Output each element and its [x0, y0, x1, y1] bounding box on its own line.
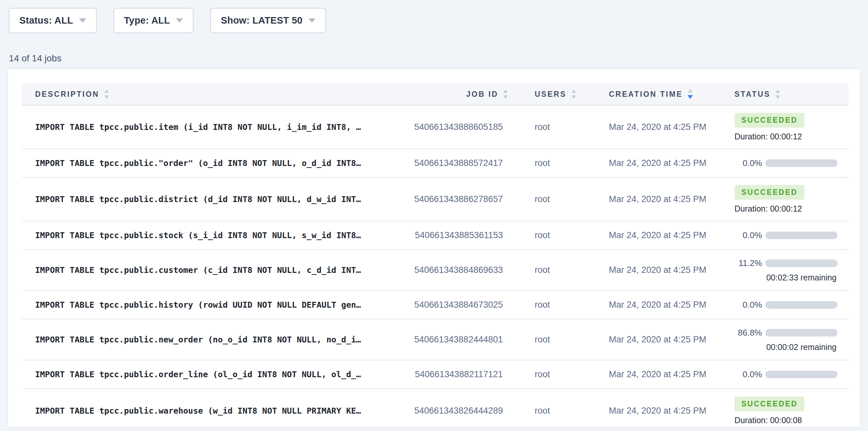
status-progress: 0.0% [735, 300, 849, 310]
job-description: IMPORT TABLE tpcc.public.order_line (ol_… [35, 370, 375, 379]
job-creation-time: Mar 24, 2020 at 4:25 PM [609, 335, 706, 344]
job-id: 540661343882117121 [415, 369, 508, 379]
status-succeeded: SUCCEEDED Duration: 00:00:12 [735, 113, 849, 142]
caret-down-icon [79, 19, 86, 23]
progress-percent: 86.8% [735, 328, 762, 338]
progress-percent: 0.0% [735, 158, 762, 168]
table-row: IMPORT TABLE tpcc.public.customer (c_id … [22, 250, 849, 291]
job-description: IMPORT TABLE tpcc.public.stock (s_i_id I… [35, 230, 375, 240]
job-user: root [535, 265, 550, 275]
progress-remaining: 00:02:33 remaining [765, 273, 837, 282]
sort-icon [104, 90, 109, 99]
progress-bar [765, 301, 837, 309]
table-row: IMPORT TABLE tpcc.public."order" (o_id I… [22, 149, 849, 178]
job-description: IMPORT TABLE tpcc.public.history (rowid … [35, 300, 375, 310]
jobs-count: 14 of 14 jobs [9, 53, 868, 64]
progress-percent: 11.2% [735, 258, 762, 268]
status-duration: Duration: 00:00:08 [735, 415, 849, 425]
type-filter-label: Type: ALL [124, 15, 170, 26]
progress-percent: 0.0% [735, 300, 762, 310]
progress-bar [765, 329, 837, 337]
status-badge: SUCCEEDED [735, 185, 804, 200]
job-description: IMPORT TABLE tpcc.public.customer (c_id … [35, 265, 375, 275]
job-user: root [535, 122, 550, 132]
status-badge: SUCCEEDED [735, 113, 804, 128]
column-header-users[interactable]: USERS [508, 90, 609, 99]
status-badge: SUCCEEDED [735, 397, 804, 411]
table-body: IMPORT TABLE tpcc.public.item (i_id INT8… [22, 105, 849, 427]
job-creation-time: Mar 24, 2020 at 4:25 PM [609, 122, 706, 132]
progress-percent: 0.0% [735, 369, 762, 379]
job-id: 540661343886278657 [414, 194, 508, 204]
job-description: IMPORT TABLE tpcc.public.district (d_id … [35, 194, 375, 204]
status-duration: Duration: 00:00:12 [735, 132, 849, 142]
status-succeeded: SUCCEEDED Duration: 00:00:08 [735, 397, 849, 425]
job-description: IMPORT TABLE tpcc.public.new_order (no_o… [35, 335, 375, 344]
status-progress: 0.0% [735, 369, 849, 379]
progress-bar [765, 371, 837, 378]
progress-bar [765, 232, 837, 239]
progress-bar [765, 159, 837, 167]
job-creation-time: Mar 24, 2020 at 4:25 PM [609, 300, 706, 310]
sort-icon [688, 89, 693, 99]
table-row: IMPORT TABLE tpcc.public.order_line (ol_… [22, 361, 849, 389]
job-user: root [535, 158, 550, 168]
job-user: root [535, 300, 550, 310]
job-id: 540661343882444801 [414, 335, 508, 345]
sort-icon [503, 90, 508, 99]
table-row: IMPORT TABLE tpcc.public.stock (s_i_id I… [22, 221, 849, 250]
column-header-job-id[interactable]: JOB ID [375, 90, 508, 99]
caret-down-icon [308, 19, 316, 23]
job-id: 540661343885361153 [415, 230, 508, 240]
job-user: root [535, 335, 550, 344]
job-id: 540661343826444289 [414, 406, 508, 416]
progress-percent: 0.0% [735, 230, 762, 240]
job-description: IMPORT TABLE tpcc.public.warehouse (w_id… [35, 406, 375, 415]
status-filter-label: Status: ALL [19, 15, 73, 26]
status-progress: 11.2% 00:02:33 remaining [735, 258, 849, 282]
sort-icon [775, 90, 780, 99]
table-row: IMPORT TABLE tpcc.public.warehouse (w_id… [22, 389, 849, 427]
table-row: IMPORT TABLE tpcc.public.history (rowid … [22, 291, 849, 319]
column-header-creation-time[interactable]: CREATION TIME [609, 89, 735, 99]
job-creation-time: Mar 24, 2020 at 4:25 PM [609, 158, 706, 168]
show-filter-label: Show: LATEST 50 [221, 15, 303, 26]
status-duration: Duration: 00:00:12 [735, 204, 849, 214]
jobs-table-card: DESCRIPTION JOB ID USERS CREATION TIME S… [8, 69, 860, 427]
job-description: IMPORT TABLE tpcc.public."order" (o_id I… [35, 158, 375, 168]
job-creation-time: Mar 24, 2020 at 4:25 PM [609, 406, 706, 415]
job-user: root [535, 194, 550, 204]
table-row: IMPORT TABLE tpcc.public.new_order (no_o… [22, 319, 849, 361]
job-user: root [535, 406, 550, 415]
job-id: 540661343888605185 [414, 122, 508, 132]
type-filter-dropdown[interactable]: Type: ALL [114, 8, 193, 33]
caret-down-icon [176, 19, 183, 23]
column-header-description[interactable]: DESCRIPTION [35, 90, 375, 99]
sort-icon [571, 90, 576, 99]
show-filter-dropdown[interactable]: Show: LATEST 50 [210, 8, 326, 33]
table-row: IMPORT TABLE tpcc.public.item (i_id INT8… [22, 105, 849, 149]
progress-remaining: 00:00:02 remaining [765, 342, 837, 352]
column-header-status[interactable]: STATUS [735, 90, 849, 99]
status-progress: 0.0% [735, 158, 849, 168]
job-id: 540661343884673025 [414, 300, 508, 310]
status-progress: 0.0% [735, 230, 849, 240]
job-creation-time: Mar 24, 2020 at 4:25 PM [609, 265, 706, 275]
filter-bar: Status: ALL Type: ALL Show: LATEST 50 [0, 0, 868, 33]
job-user: root [535, 230, 550, 240]
job-description: IMPORT TABLE tpcc.public.item (i_id INT8… [35, 122, 375, 132]
job-id: 540661343888572417 [414, 158, 508, 168]
status-succeeded: SUCCEEDED Duration: 00:00:12 [735, 185, 849, 214]
table-header-row: DESCRIPTION JOB ID USERS CREATION TIME S… [22, 83, 849, 105]
status-progress: 86.8% 00:00:02 remaining [735, 328, 849, 352]
job-creation-time: Mar 24, 2020 at 4:25 PM [609, 230, 706, 240]
job-user: root [535, 369, 550, 379]
table-row: IMPORT TABLE tpcc.public.district (d_id … [22, 178, 849, 221]
status-filter-dropdown[interactable]: Status: ALL [9, 8, 97, 33]
job-creation-time: Mar 24, 2020 at 4:25 PM [609, 369, 706, 379]
progress-bar [765, 259, 837, 267]
job-id: 540661343884869633 [414, 265, 508, 275]
job-creation-time: Mar 24, 2020 at 4:25 PM [609, 194, 706, 204]
